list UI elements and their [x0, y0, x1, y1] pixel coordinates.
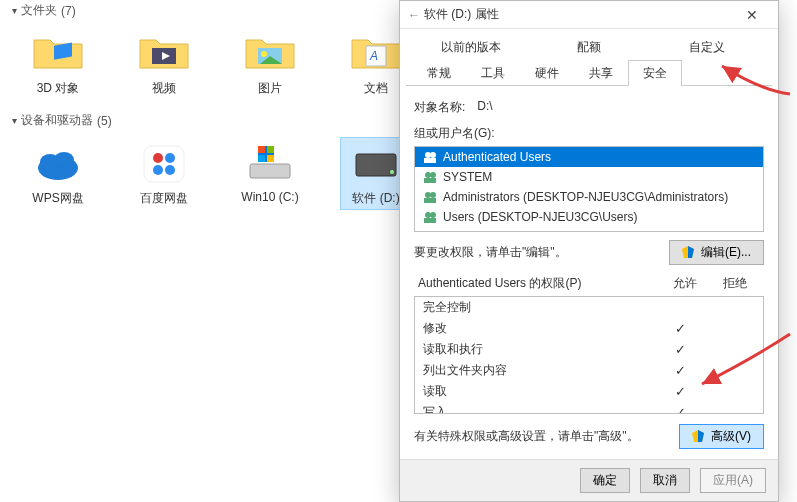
tab-general[interactable]: 常规: [412, 60, 466, 86]
folder-pictures[interactable]: 图片: [234, 27, 306, 100]
edit-button[interactable]: 编辑(E)...: [669, 240, 764, 265]
list-item[interactable]: Users (DESKTOP-NJEU3CG\Users): [415, 207, 763, 227]
dialog-titlebar[interactable]: ← 软件 (D:) 属性 ✕: [400, 1, 778, 29]
dialog-button-bar: 确定 取消 应用(A): [400, 459, 778, 501]
svg-point-4: [261, 51, 267, 57]
svg-point-35: [430, 212, 436, 218]
users-icon: [423, 211, 437, 223]
properties-dialog: ← 软件 (D:) 属性 ✕ 以前的版本 配额 自定义 常规 工具 硬件 共享 …: [399, 0, 779, 502]
close-button[interactable]: ✕: [734, 7, 770, 23]
edit-button-label: 编辑(E)...: [701, 245, 751, 259]
chevron-down-icon: ▾: [12, 115, 17, 126]
permission-row: 读取和执行✓: [415, 339, 763, 360]
folder-icon: A: [348, 30, 404, 74]
users-icon: [423, 151, 437, 163]
drive-label: Win10 (C:): [241, 190, 298, 204]
svg-rect-30: [424, 178, 436, 183]
drive-label: 软件 (D:): [352, 190, 399, 207]
shield-icon: [682, 246, 694, 258]
permission-allow: ✓: [655, 321, 705, 336]
users-icon: [423, 171, 437, 183]
permissions-list[interactable]: 完全控制修改✓读取和执行✓列出文件夹内容✓读取✓写入✓: [414, 296, 764, 414]
tab-sharing[interactable]: 共享: [574, 60, 628, 86]
permission-name: 完全控制: [423, 299, 655, 316]
svg-point-29: [430, 172, 436, 178]
svg-rect-19: [267, 146, 274, 153]
list-item-label: Administrators (DESKTOP-NJEU3CG\Administ…: [443, 190, 728, 204]
section-drives-count: (5): [97, 114, 112, 128]
group-users-list[interactable]: Authenticated Users SYSTEM Administrator…: [414, 146, 764, 232]
baidu-icon: [136, 140, 192, 184]
svg-rect-22: [356, 154, 396, 176]
svg-point-15: [165, 165, 175, 175]
folder-label: 3D 对象: [37, 80, 80, 97]
advanced-button[interactable]: 高级(V): [679, 424, 764, 449]
svg-rect-16: [250, 164, 290, 178]
perm-header-deny: 拒绝: [710, 275, 760, 292]
cancel-button[interactable]: 取消: [640, 468, 690, 493]
drive-label: 百度网盘: [140, 190, 188, 207]
folder-icon: [242, 30, 298, 74]
svg-point-32: [430, 192, 436, 198]
edit-hint: 要更改权限，请单击"编辑"。: [414, 244, 669, 261]
tab-tools[interactable]: 工具: [466, 60, 520, 86]
users-icon: [423, 191, 437, 203]
folder-label: 视频: [152, 80, 176, 97]
svg-rect-27: [424, 158, 436, 163]
cloud-icon: [30, 140, 86, 184]
list-item[interactable]: Administrators (DESKTOP-NJEU3CG\Administ…: [415, 187, 763, 207]
folder-3d-objects[interactable]: 3D 对象: [22, 27, 94, 100]
chevron-down-icon: ▾: [12, 5, 17, 16]
permission-row: 写入✓: [415, 402, 763, 414]
tab-quota[interactable]: 配额: [530, 34, 648, 60]
svg-text:A: A: [369, 49, 378, 63]
tab-hardware[interactable]: 硬件: [520, 60, 574, 86]
section-drives-title: 设备和驱动器: [21, 112, 93, 129]
group-users-label: 组或用户名(G):: [414, 125, 764, 142]
permission-row: 修改✓: [415, 318, 763, 339]
list-item[interactable]: SYSTEM: [415, 167, 763, 187]
folder-label: 文档: [364, 80, 388, 97]
tab-customize[interactable]: 自定义: [648, 34, 766, 60]
drive-wps[interactable]: WPS网盘: [22, 137, 94, 210]
list-item-label: Users (DESKTOP-NJEU3CG\Users): [443, 210, 637, 224]
folder-label: 图片: [258, 80, 282, 97]
permission-row: 列出文件夹内容✓: [415, 360, 763, 381]
perm-header-name: Authenticated Users 的权限(P): [418, 275, 660, 292]
drive-label: WPS网盘: [32, 190, 83, 207]
folder-videos[interactable]: 视频: [128, 27, 200, 100]
advanced-hint: 有关特殊权限或高级设置，请单击"高级"。: [414, 428, 669, 445]
list-item-label: Authenticated Users: [443, 150, 551, 164]
shield-icon: [692, 430, 704, 442]
ok-button[interactable]: 确定: [580, 468, 630, 493]
folder-icon: [30, 30, 86, 74]
folder-icon: [136, 30, 192, 74]
section-folders-title: 文件夹: [21, 2, 57, 19]
svg-rect-21: [267, 155, 274, 162]
svg-rect-20: [258, 155, 265, 162]
list-item[interactable]: Authenticated Users: [415, 147, 763, 167]
permission-name: 列出文件夹内容: [423, 362, 655, 379]
drive-c[interactable]: Win10 (C:): [234, 137, 306, 210]
dialog-tabs: 以前的版本 配额 自定义 常规 工具 硬件 共享 安全: [406, 33, 772, 86]
svg-point-26: [430, 152, 436, 158]
svg-rect-33: [424, 198, 436, 203]
apply-button[interactable]: 应用(A): [700, 468, 766, 493]
permission-allow: ✓: [655, 384, 705, 399]
object-name-label: 对象名称:: [414, 99, 465, 116]
permission-allow: ✓: [655, 363, 705, 378]
svg-point-23: [390, 170, 394, 174]
drive-baidu[interactable]: 百度网盘: [128, 137, 200, 210]
drive-icon: [242, 140, 298, 184]
permission-row: 读取✓: [415, 381, 763, 402]
section-folders-count: (7): [61, 4, 76, 18]
permission-name: 修改: [423, 320, 655, 337]
tab-previous-versions[interactable]: 以前的版本: [412, 34, 530, 60]
list-item-label: SYSTEM: [443, 170, 492, 184]
permission-row: 完全控制: [415, 297, 763, 318]
tab-security[interactable]: 安全: [628, 60, 682, 86]
svg-point-12: [153, 153, 163, 163]
svg-rect-11: [144, 146, 184, 182]
svg-point-10: [54, 152, 74, 168]
drive-icon: [348, 140, 404, 184]
